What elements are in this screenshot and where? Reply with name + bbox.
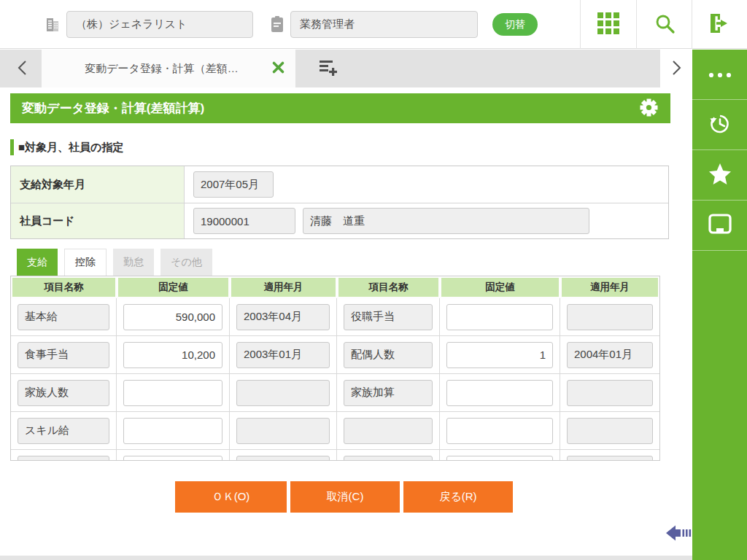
apps-menu-button[interactable] [581,0,636,49]
cancel-button[interactable]: 取消(C) [290,481,400,513]
active-tab[interactable]: 変動データ登録・計算（差額… [42,50,295,88]
gear-icon [639,98,659,120]
pay-month-label: 支給対象年月 [11,166,185,203]
fixed-value-input[interactable] [123,418,222,444]
prev-tab-button[interactable] [7,50,36,88]
col-header-fixed-value: 固定値 [440,276,560,298]
switch-button[interactable]: 切替 [492,13,538,36]
logout-icon [708,12,732,36]
fixed-value-input[interactable] [446,456,553,462]
variable-data-grid: 項目名称 固定値 適用年月 項目名称 固定値 適用年月 [10,276,660,461]
fixed-value-input[interactable] [446,380,553,406]
item-name-field[interactable] [18,418,109,444]
fixed-value-input[interactable] [446,418,553,444]
grid-row [11,450,659,461]
fixed-value-input[interactable] [123,380,222,406]
employee-code-label: 社員コード [11,203,185,238]
grid-row [11,412,659,450]
category-tabs: 支給 控除 勤怠 その他 [17,249,212,276]
close-icon [271,61,285,77]
right-sidebar [692,50,747,560]
add-tab-icon [320,59,339,78]
item-name-field[interactable] [344,342,433,368]
ellipsis-icon [708,69,732,80]
clipboard-icon [270,15,285,36]
page-title-bar: 変動データ登録・計算(差額計算) [10,93,670,123]
apply-month-field[interactable] [567,380,653,406]
back-button[interactable]: 戻る(R) [403,481,513,513]
grid-header-row: 項目名称 固定値 適用年月 項目名称 固定値 適用年月 [11,276,659,298]
apply-month-field[interactable] [567,304,653,330]
apply-month-field[interactable] [567,342,653,368]
close-tab-button[interactable] [271,61,285,77]
bottom-scroll-strip [0,556,692,560]
fixed-value-input[interactable] [123,304,222,330]
history-icon [707,111,733,139]
item-name-field[interactable] [344,380,433,406]
search-icon [654,12,676,36]
tab-deduction[interactable]: 控除 [64,249,107,276]
chevron-left-icon [18,60,27,78]
ok-button[interactable]: ＯＫ(O) [175,481,287,513]
grid-row [11,298,659,336]
back-arrow-icon [666,534,692,545]
next-tab-button[interactable] [662,50,690,88]
fixed-value-input[interactable] [446,342,553,368]
grid-icon [597,12,619,36]
tab-bar: 変動データ登録・計算（差額… [0,50,660,88]
tab-other[interactable]: その他 [160,249,212,276]
search-button[interactable] [637,0,692,49]
item-name-field[interactable] [18,456,109,462]
building-icon [44,17,61,36]
employee-name-field[interactable] [303,208,589,234]
more-menu-button[interactable] [692,50,747,100]
apply-month-field[interactable] [236,456,330,462]
apply-month-field[interactable] [236,304,330,330]
top-header: 切替 [0,0,747,49]
tab-attendance[interactable]: 勤怠 [113,249,154,276]
col-header-item-name: 項目名称 [11,276,117,298]
fixed-value-input[interactable] [446,304,553,330]
logout-button[interactable] [692,0,747,49]
app-window: 切替 [0,0,747,560]
collapse-sidebar-button[interactable] [666,523,692,545]
settings-button[interactable] [639,98,659,120]
feedback-button[interactable] [692,201,747,251]
col-header-apply-month: 適用年月 [230,276,337,298]
page-title: 変動データ登録・計算(差額計算) [22,100,639,117]
favorite-button[interactable] [692,150,747,201]
section-heading-text: ■対象月、社員の指定 [18,141,123,155]
section-accent-bar [10,139,14,155]
new-tab-button[interactable] [309,50,349,88]
apply-month-field[interactable] [567,456,653,462]
employee-code-field[interactable] [193,208,295,234]
col-header-item-name: 項目名称 [337,276,440,298]
item-name-field[interactable] [344,418,433,444]
company-field[interactable] [66,11,253,38]
apply-month-field[interactable] [567,418,653,444]
fixed-value-input[interactable] [123,456,222,462]
col-header-apply-month: 適用年月 [560,276,659,298]
fixed-value-input[interactable] [123,342,222,368]
active-tab-title: 変動データ登録・計算（差額… [52,62,271,76]
apply-month-field[interactable] [236,342,330,368]
grid-row [11,374,659,412]
tab-pay[interactable]: 支給 [17,249,58,276]
pay-month-field[interactable] [193,171,274,198]
item-name-field[interactable] [18,342,109,368]
role-field[interactable] [290,11,478,38]
item-name-field[interactable] [344,304,433,330]
chevron-right-icon [672,60,681,78]
history-button[interactable] [692,100,747,150]
col-header-fixed-value: 固定値 [117,276,230,298]
criteria-table: 支給対象年月 社員コード [10,166,669,239]
section-heading: ■対象月、社員の指定 [10,139,123,155]
item-name-field[interactable] [344,456,433,462]
grid-row [11,336,659,374]
item-name-field[interactable] [18,380,109,406]
apply-month-field[interactable] [236,380,330,406]
star-icon [708,163,732,188]
pay-month-row: 支給対象年月 [11,166,668,203]
item-name-field[interactable] [18,304,109,330]
apply-month-field[interactable] [236,418,330,444]
